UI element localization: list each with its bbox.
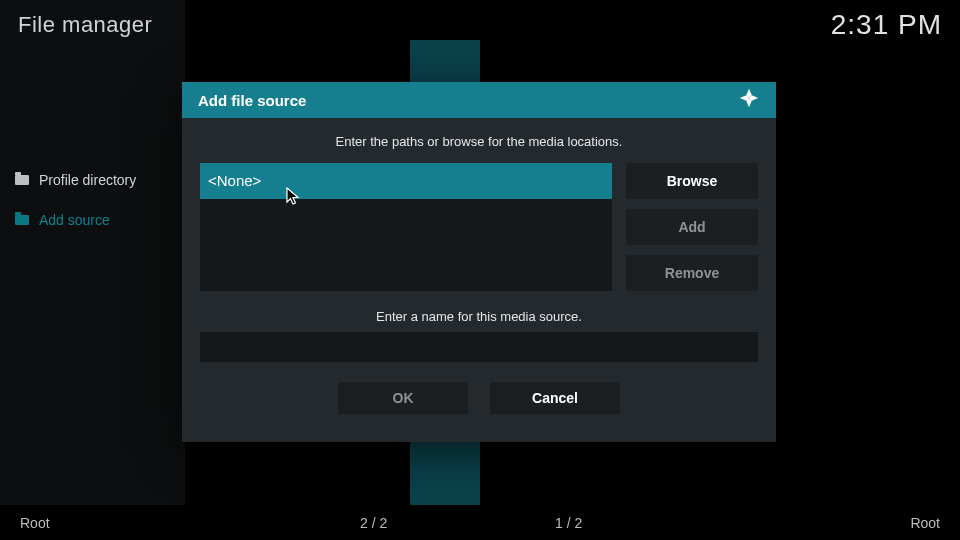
remove-button[interactable]: Remove	[626, 255, 758, 291]
name-hint-label: Enter a name for this media source.	[200, 291, 758, 332]
app-logo-icon	[738, 87, 760, 113]
status-count-right: 1 / 2	[555, 515, 582, 531]
sidebar-item-profile-directory[interactable]: Profile directory	[15, 160, 185, 200]
status-right: Root	[910, 515, 940, 531]
cancel-button[interactable]: Cancel	[490, 382, 620, 414]
dialog-actions: OK Cancel	[200, 362, 758, 414]
path-input[interactable]: <None>	[200, 163, 612, 199]
topbar: File manager 2:31 PM	[0, 0, 960, 50]
left-sidebar: Profile directory Add source	[0, 0, 185, 505]
sidebar-item-label: Profile directory	[39, 172, 136, 188]
ok-button[interactable]: OK	[338, 382, 468, 414]
clock: 2:31 PM	[831, 9, 942, 41]
paths-hint-label: Enter the paths or browse for the media …	[200, 128, 758, 163]
folder-icon	[15, 175, 29, 185]
dialog-header: Add file source	[182, 82, 776, 118]
status-left: Root	[20, 515, 50, 531]
paths-area: <None> Browse Add Remove	[200, 163, 758, 291]
browse-button[interactable]: Browse	[626, 163, 758, 199]
path-list: <None>	[200, 163, 612, 291]
dialog-title: Add file source	[198, 92, 306, 109]
statusbar: Root 2 / 2 1 / 2 Root	[0, 505, 960, 540]
sidebar-item-add-source[interactable]: Add source	[15, 200, 185, 240]
add-file-source-dialog: Add file source Enter the paths or brows…	[182, 82, 776, 442]
page-title: File manager	[18, 12, 152, 38]
status-count-left: 2 / 2	[360, 515, 387, 531]
source-name-input[interactable]	[200, 332, 758, 362]
folder-icon	[15, 215, 29, 225]
dialog-body: Enter the paths or browse for the media …	[182, 118, 776, 442]
sidebar-item-label: Add source	[39, 212, 110, 228]
add-button[interactable]: Add	[626, 209, 758, 245]
path-side-buttons: Browse Add Remove	[626, 163, 758, 291]
